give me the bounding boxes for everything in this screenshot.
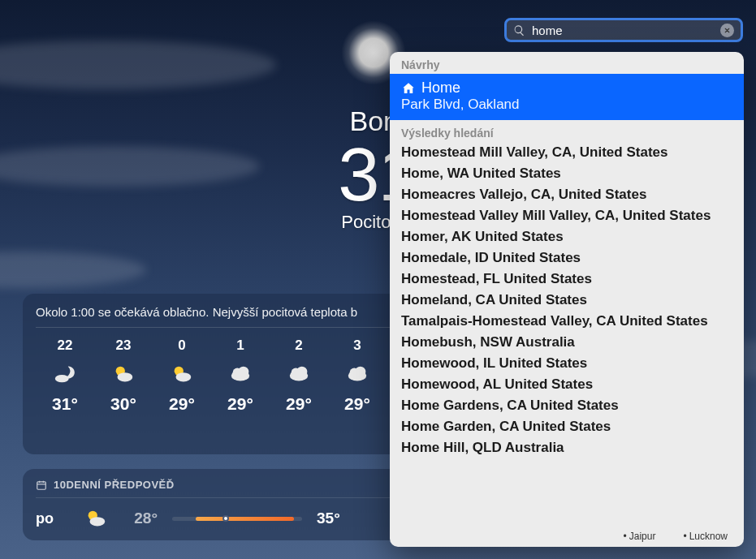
- search-result-item[interactable]: Home, WA United States: [390, 163, 744, 184]
- cloud-icon: [345, 362, 369, 386]
- results-section-label: Výsledky hledání: [390, 120, 744, 142]
- search-result-item[interactable]: Homestead Mill Valley, CA, United States: [390, 142, 744, 163]
- svg-point-0: [55, 375, 69, 382]
- home-icon: [401, 81, 416, 96]
- calendar-icon: [36, 479, 47, 491]
- svg-point-19: [90, 517, 106, 526]
- cloud-icon: [287, 362, 311, 386]
- cloud-icon: [228, 362, 253, 386]
- search-result-item[interactable]: Homewood, IL United States: [390, 353, 744, 374]
- hour-label: 1: [236, 338, 244, 354]
- map-city-1: Jaipur: [624, 531, 656, 542]
- hour-temp: 31°: [52, 394, 78, 414]
- search-result-item[interactable]: Homeacres Vallejo, CA, United States: [390, 184, 744, 205]
- search-result-item[interactable]: Homestead, FL United States: [390, 269, 744, 290]
- ten-day-title: 10DENNÍ PŘEDPOVĚĎ: [54, 479, 175, 491]
- suggestion-subtitle: Park Blvd, Oakland: [401, 97, 732, 113]
- hour-cell[interactable]: 229°: [270, 338, 328, 414]
- hour-temp: 29°: [169, 394, 195, 414]
- hour-temp: 29°: [286, 394, 312, 414]
- hour-temp: 29°: [344, 394, 370, 414]
- svg-point-7: [238, 367, 248, 377]
- day-high-temp: 35°: [317, 510, 351, 527]
- hour-label: 22: [58, 338, 73, 354]
- hour-temp: 30°: [110, 394, 136, 414]
- clear-search-button[interactable]: [720, 24, 734, 37]
- hour-label: 2: [295, 338, 302, 354]
- moon-cloud-icon: [53, 362, 77, 386]
- hour-cell[interactable]: 129°: [211, 338, 270, 414]
- search-result-item[interactable]: Home Garden, CA United States: [390, 416, 744, 437]
- search-result-item[interactable]: Home Hill, QLD Australia: [390, 437, 744, 458]
- search-result-item[interactable]: Homebush, NSW Australia: [390, 332, 744, 353]
- hour-temp: 29°: [227, 394, 253, 414]
- suggestion-title: Home: [421, 80, 460, 97]
- hour-label: 0: [178, 338, 185, 354]
- svg-rect-14: [37, 481, 46, 488]
- suggestion-item-home[interactable]: Home Park Blvd, Oakland: [390, 74, 744, 120]
- svg-point-2: [118, 372, 133, 381]
- day-low-temp: 28°: [123, 510, 158, 527]
- partly-sunny-icon: [170, 362, 194, 386]
- partly-sunny-icon: [111, 362, 136, 386]
- search-result-item[interactable]: Homer, AK United States: [390, 226, 744, 247]
- svg-point-4: [176, 372, 192, 381]
- svg-point-10: [296, 367, 307, 377]
- search-result-item[interactable]: Homeland, CA United States: [390, 290, 744, 311]
- search-icon: [513, 24, 525, 37]
- hour-cell[interactable]: 029°: [153, 338, 211, 414]
- search-result-item[interactable]: Homestead Valley Mill Valley, CA, United…: [390, 205, 744, 226]
- hour-label: 3: [353, 338, 361, 354]
- map-fragment: Jaipur Lucknow: [624, 531, 728, 542]
- day-label: po: [36, 510, 68, 527]
- svg-point-13: [355, 367, 365, 377]
- search-container: [504, 18, 743, 42]
- search-result-item[interactable]: Tamalpais-Homestead Valley, CA United St…: [390, 311, 744, 332]
- search-result-item[interactable]: Homedale, ID United States: [390, 247, 744, 269]
- close-icon: [724, 27, 731, 34]
- map-city-2: Lucknow: [683, 531, 728, 542]
- search-result-item[interactable]: Homewood, AL United States: [390, 374, 744, 395]
- suggestions-section-label: Návrhy: [390, 52, 744, 74]
- partly-sunny-icon: [83, 506, 109, 531]
- hour-label: 23: [116, 338, 132, 354]
- search-input[interactable]: [532, 24, 714, 37]
- hour-cell[interactable]: 329°: [328, 338, 387, 414]
- hour-cell[interactable]: 2330°: [94, 338, 153, 414]
- hour-cell[interactable]: 2231°: [36, 338, 94, 414]
- temp-range-bar: [172, 517, 302, 521]
- search-results-dropdown: Návrhy Home Park Blvd, Oakland Výsledky …: [390, 52, 744, 547]
- search-result-item[interactable]: Home Gardens, CA United States: [390, 395, 744, 416]
- search-field[interactable]: [504, 18, 743, 42]
